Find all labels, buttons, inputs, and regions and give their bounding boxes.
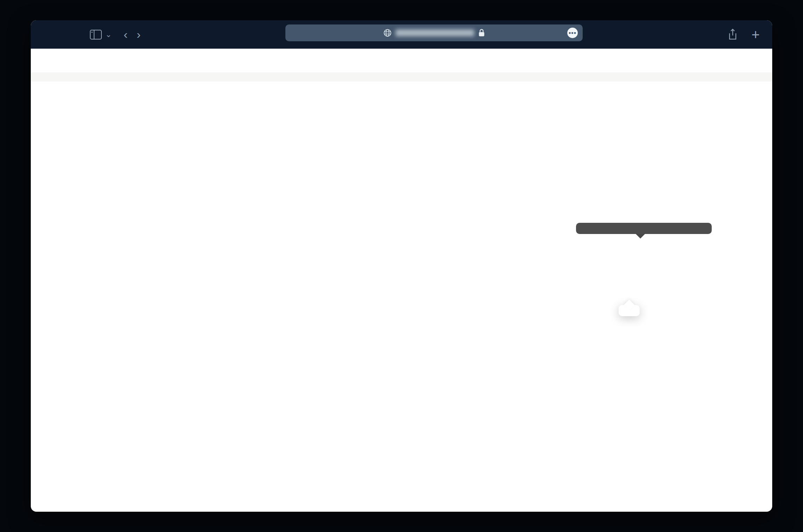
close-window-button[interactable] (45, 31, 51, 38)
lock-icon (478, 29, 485, 37)
sidebar-icon (90, 30, 102, 40)
jobs-page (31, 49, 772, 81)
heatmap-controls (31, 49, 772, 72)
zoom-window-button[interactable] (69, 31, 75, 38)
back-button[interactable]: ‹ (123, 28, 127, 41)
share-icon[interactable] (727, 28, 738, 41)
screen: ⌄ ‹ › ••• + (0, 0, 803, 532)
heatmap-section (31, 72, 772, 81)
address-bar[interactable]: ••• (285, 24, 583, 41)
forward-button[interactable]: › (137, 28, 141, 41)
url-text-redacted (396, 29, 474, 36)
globe-icon (383, 28, 392, 37)
browser-window: ⌄ ‹ › ••• + (31, 20, 772, 512)
browser-titlebar: ⌄ ‹ › ••• + (31, 20, 772, 49)
minimize-window-button[interactable] (57, 31, 63, 38)
expanded-panel (31, 49, 772, 81)
day-path-tooltip (576, 223, 712, 234)
traffic-lights (45, 31, 75, 38)
backfill-popover (619, 305, 640, 316)
chevron-down-icon[interactable]: ⌄ (105, 30, 112, 39)
reader-options-icon[interactable]: ••• (567, 28, 578, 38)
new-tab-button[interactable]: + (752, 28, 760, 42)
sidebar-toggle-button[interactable] (90, 30, 102, 40)
